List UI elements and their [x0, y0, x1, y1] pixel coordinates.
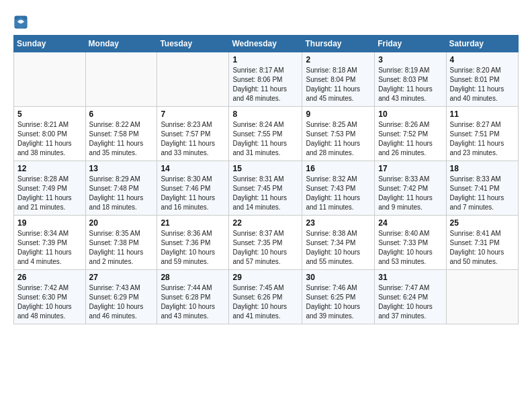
day-info: Sunrise: 8:30 AM Sunset: 7:46 PM Dayligh… [161, 175, 225, 212]
weekday-header-row: SundayMondayTuesdayWednesdayThursdayFrid… [14, 36, 519, 52]
day-info: Sunrise: 8:27 AM Sunset: 7:51 PM Dayligh… [450, 120, 515, 158]
day-number: 2 [306, 55, 371, 64]
day-cell: 11Sunrise: 8:27 AM Sunset: 7:51 PM Dayli… [446, 107, 518, 161]
weekday-saturday: Saturday [446, 36, 518, 52]
day-number: 18 [450, 164, 515, 173]
day-info: Sunrise: 8:31 AM Sunset: 7:45 PM Dayligh… [232, 175, 298, 212]
day-cell: 4Sunrise: 8:20 AM Sunset: 8:01 PM Daylig… [446, 52, 518, 107]
day-cell: 26Sunrise: 7:42 AM Sunset: 6:30 PM Dayli… [14, 270, 86, 324]
day-cell: 2Sunrise: 8:18 AM Sunset: 8:04 PM Daylig… [302, 52, 375, 107]
weekday-thursday: Thursday [302, 36, 375, 52]
day-cell: 18Sunrise: 8:33 AM Sunset: 7:41 PM Dayli… [446, 161, 518, 216]
day-info: Sunrise: 8:40 AM Sunset: 7:33 PM Dayligh… [378, 229, 442, 267]
day-cell: 30Sunrise: 7:46 AM Sunset: 6:25 PM Dayli… [302, 270, 375, 324]
week-row-3: 19Sunrise: 8:34 AM Sunset: 7:39 PM Dayli… [14, 216, 519, 270]
day-cell: 3Sunrise: 8:19 AM Sunset: 8:03 PM Daylig… [375, 52, 446, 107]
day-number: 6 [89, 109, 154, 119]
day-info: Sunrise: 8:29 AM Sunset: 7:48 PM Dayligh… [89, 175, 154, 212]
day-info: Sunrise: 8:32 AM Sunset: 7:43 PM Dayligh… [306, 175, 371, 212]
day-number: 7 [161, 109, 225, 119]
day-number: 27 [89, 273, 154, 282]
day-info: Sunrise: 8:28 AM Sunset: 7:49 PM Dayligh… [17, 175, 82, 212]
day-info: Sunrise: 7:47 AM Sunset: 6:24 PM Dayligh… [378, 283, 442, 321]
day-info: Sunrise: 8:18 AM Sunset: 8:04 PM Dayligh… [306, 66, 371, 103]
day-number: 11 [450, 109, 515, 119]
day-info: Sunrise: 8:17 AM Sunset: 8:06 PM Dayligh… [232, 66, 298, 103]
day-cell: 8Sunrise: 8:24 AM Sunset: 7:55 PM Daylig… [229, 107, 302, 161]
day-cell: 31Sunrise: 7:47 AM Sunset: 6:24 PM Dayli… [375, 270, 446, 324]
day-cell: 12Sunrise: 8:28 AM Sunset: 7:49 PM Dayli… [14, 161, 86, 216]
day-info: Sunrise: 8:33 AM Sunset: 7:41 PM Dayligh… [450, 175, 515, 212]
day-cell [14, 52, 86, 107]
day-number: 30 [306, 273, 371, 282]
day-number: 14 [161, 164, 225, 173]
day-info: Sunrise: 8:33 AM Sunset: 7:42 PM Dayligh… [378, 175, 442, 212]
day-info: Sunrise: 7:43 AM Sunset: 6:29 PM Dayligh… [89, 283, 154, 321]
day-info: Sunrise: 8:22 AM Sunset: 7:58 PM Dayligh… [89, 120, 154, 158]
day-cell: 24Sunrise: 8:40 AM Sunset: 7:33 PM Dayli… [375, 216, 446, 270]
day-number: 17 [378, 164, 442, 173]
calendar: SundayMondayTuesdayWednesdayThursdayFrid… [13, 35, 519, 324]
weekday-monday: Monday [85, 36, 157, 52]
day-number: 12 [17, 164, 82, 173]
day-info: Sunrise: 8:25 AM Sunset: 7:53 PM Dayligh… [306, 120, 371, 158]
logo-icon [13, 15, 28, 30]
day-number: 15 [232, 164, 298, 173]
day-info: Sunrise: 8:41 AM Sunset: 7:31 PM Dayligh… [450, 229, 515, 267]
day-number: 31 [378, 273, 442, 282]
day-cell: 16Sunrise: 8:32 AM Sunset: 7:43 PM Dayli… [302, 161, 375, 216]
day-number: 23 [306, 218, 371, 228]
day-number: 24 [378, 218, 442, 228]
day-info: Sunrise: 8:26 AM Sunset: 7:52 PM Dayligh… [378, 120, 442, 158]
day-info: Sunrise: 7:42 AM Sunset: 6:30 PM Dayligh… [17, 283, 82, 321]
day-cell: 19Sunrise: 8:34 AM Sunset: 7:39 PM Dayli… [14, 216, 86, 270]
day-number: 19 [17, 218, 82, 228]
day-cell: 29Sunrise: 7:45 AM Sunset: 6:26 PM Dayli… [229, 270, 302, 324]
day-number: 22 [232, 218, 298, 228]
day-number: 25 [450, 218, 515, 228]
day-cell: 28Sunrise: 7:44 AM Sunset: 6:28 PM Dayli… [157, 270, 229, 324]
day-info: Sunrise: 8:20 AM Sunset: 8:01 PM Dayligh… [450, 66, 515, 103]
page: SundayMondayTuesdayWednesdayThursdayFrid… [0, 0, 532, 411]
day-info: Sunrise: 8:21 AM Sunset: 8:00 PM Dayligh… [17, 120, 82, 158]
day-info: Sunrise: 8:37 AM Sunset: 7:35 PM Dayligh… [232, 229, 298, 267]
day-info: Sunrise: 7:44 AM Sunset: 6:28 PM Dayligh… [161, 283, 225, 321]
week-row-0: 1Sunrise: 8:17 AM Sunset: 8:06 PM Daylig… [14, 52, 519, 107]
day-cell [85, 52, 157, 107]
weekday-sunday: Sunday [14, 36, 86, 52]
day-cell: 5Sunrise: 8:21 AM Sunset: 8:00 PM Daylig… [14, 107, 86, 161]
day-cell: 21Sunrise: 8:36 AM Sunset: 7:36 PM Dayli… [157, 216, 229, 270]
day-info: Sunrise: 8:19 AM Sunset: 8:03 PM Dayligh… [378, 66, 442, 103]
day-number: 3 [378, 55, 442, 64]
week-row-4: 26Sunrise: 7:42 AM Sunset: 6:30 PM Dayli… [14, 270, 519, 324]
day-cell: 17Sunrise: 8:33 AM Sunset: 7:42 PM Dayli… [375, 161, 446, 216]
day-info: Sunrise: 8:38 AM Sunset: 7:34 PM Dayligh… [306, 229, 371, 267]
logo [13, 15, 30, 30]
week-row-1: 5Sunrise: 8:21 AM Sunset: 8:00 PM Daylig… [14, 107, 519, 161]
day-cell: 7Sunrise: 8:23 AM Sunset: 7:57 PM Daylig… [157, 107, 229, 161]
day-info: Sunrise: 8:23 AM Sunset: 7:57 PM Dayligh… [161, 120, 225, 158]
day-cell: 13Sunrise: 8:29 AM Sunset: 7:48 PM Dayli… [85, 161, 157, 216]
day-number: 16 [306, 164, 371, 173]
day-cell: 20Sunrise: 8:35 AM Sunset: 7:38 PM Dayli… [85, 216, 157, 270]
day-number: 4 [450, 55, 515, 64]
day-number: 13 [89, 164, 154, 173]
weekday-friday: Friday [375, 36, 446, 52]
header [13, 12, 519, 30]
week-row-2: 12Sunrise: 8:28 AM Sunset: 7:49 PM Dayli… [14, 161, 519, 216]
day-number: 29 [232, 273, 298, 282]
day-number: 5 [17, 109, 82, 119]
day-info: Sunrise: 8:36 AM Sunset: 7:36 PM Dayligh… [161, 229, 225, 267]
day-info: Sunrise: 7:45 AM Sunset: 6:26 PM Dayligh… [232, 283, 298, 321]
day-cell: 23Sunrise: 8:38 AM Sunset: 7:34 PM Dayli… [302, 216, 375, 270]
day-number: 9 [306, 109, 371, 119]
day-cell: 15Sunrise: 8:31 AM Sunset: 7:45 PM Dayli… [229, 161, 302, 216]
day-cell: 6Sunrise: 8:22 AM Sunset: 7:58 PM Daylig… [85, 107, 157, 161]
day-number: 21 [161, 218, 225, 228]
day-number: 20 [89, 218, 154, 228]
day-number: 26 [17, 273, 82, 282]
day-cell: 1Sunrise: 8:17 AM Sunset: 8:06 PM Daylig… [229, 52, 302, 107]
day-number: 28 [161, 273, 225, 282]
day-number: 8 [232, 109, 298, 119]
day-cell: 10Sunrise: 8:26 AM Sunset: 7:52 PM Dayli… [375, 107, 446, 161]
